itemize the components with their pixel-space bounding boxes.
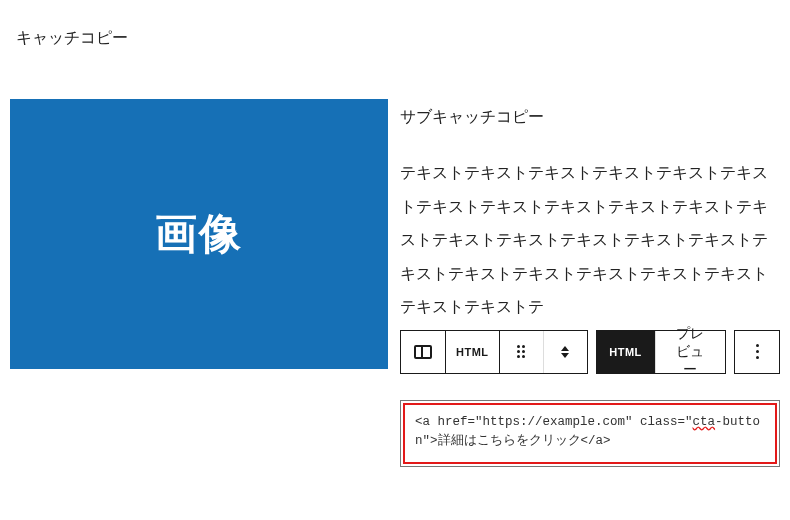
drag-handle[interactable] xyxy=(499,331,543,373)
body-paragraph[interactable]: テキストテキストテキストテキストテキストテキストテキストテキストテキストテキスト… xyxy=(400,156,780,324)
toolbar-group-more xyxy=(734,330,780,374)
html-tab-active[interactable]: HTML xyxy=(597,331,655,373)
html-mode-plain-button[interactable]: HTML xyxy=(445,331,499,373)
catch-copy-heading[interactable]: キャッチコピー xyxy=(10,28,780,49)
html-code-textarea[interactable]: <a href="https://example.com" class="cta… xyxy=(403,403,777,464)
more-options-button[interactable] xyxy=(735,331,779,373)
image-placeholder-label: 画像 xyxy=(155,206,243,262)
columns-block[interactable]: 画像 サブキャッチコピー テキストテキストテキストテキストテキストテキストテキス… xyxy=(10,99,780,467)
sub-catch-copy[interactable]: サブキャッチコピー xyxy=(400,107,780,128)
chevron-up-down-icon xyxy=(561,346,569,358)
preview-tab[interactable]: プレビュー xyxy=(655,331,725,373)
toolbar-group-tabs: HTML プレビュー xyxy=(596,330,726,374)
code-segment-spellcheck: cta xyxy=(693,415,716,429)
custom-html-block[interactable]: <a href="https://example.com" class="cta… xyxy=(400,400,780,467)
code-segment-prefix: <a href="https://example.com" class=" xyxy=(415,415,693,429)
block-type-button[interactable] xyxy=(401,331,445,373)
column-right[interactable]: サブキャッチコピー テキストテキストテキストテキストテキストテキストテキストテキ… xyxy=(400,99,780,467)
more-vertical-icon xyxy=(756,344,759,359)
image-placeholder[interactable]: 画像 xyxy=(10,99,388,369)
toolbar-group-main: HTML xyxy=(400,330,588,374)
block-toolbar: HTML HTML プレビュー xyxy=(400,330,780,374)
column-left[interactable]: 画像 xyxy=(10,99,388,467)
drag-icon xyxy=(517,345,525,358)
columns-icon xyxy=(414,345,432,359)
move-up-down-button[interactable] xyxy=(543,331,587,373)
